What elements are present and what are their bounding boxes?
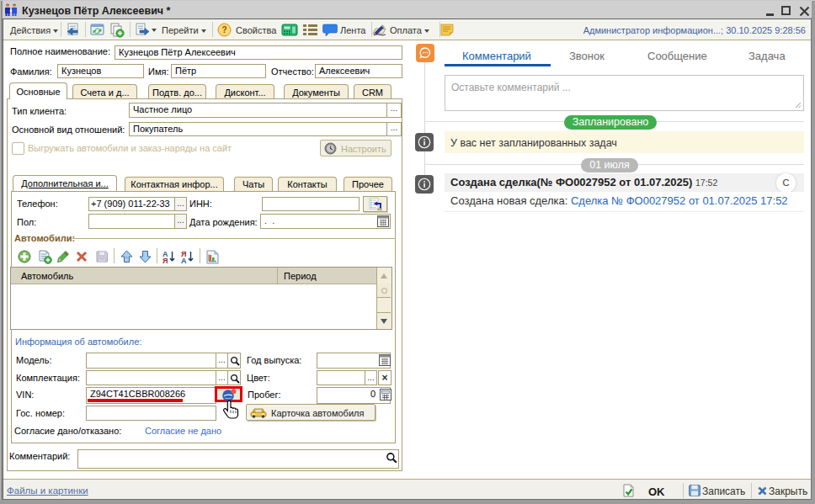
svg-text:?: ? bbox=[221, 25, 226, 34]
